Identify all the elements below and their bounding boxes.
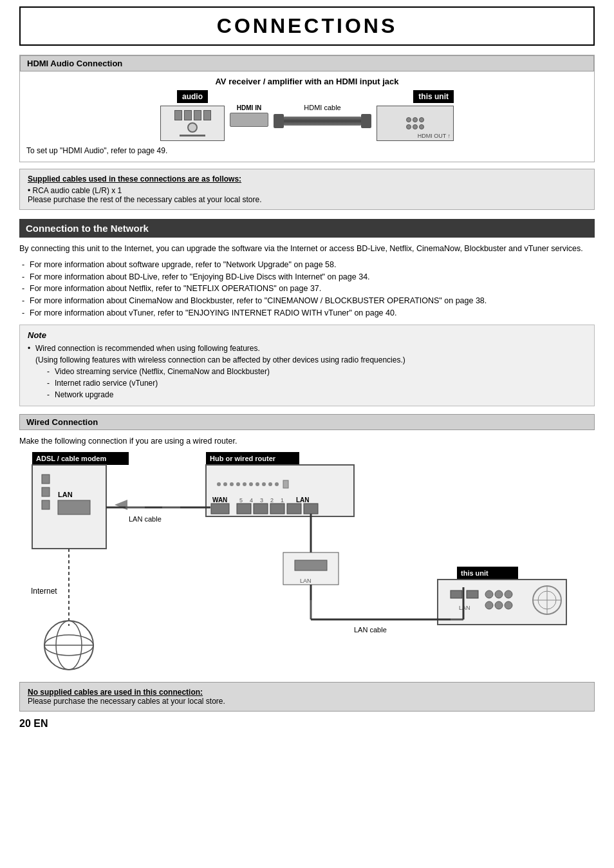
svg-rect-5 bbox=[58, 500, 90, 514]
arrow-section: HDMI IN bbox=[230, 104, 268, 127]
wired-intro: Make the following connection if you are… bbox=[19, 435, 595, 448]
this-unit-hdmi: this unit HDMI OUT ↑ bbox=[377, 90, 454, 141]
hdmi-in-label: HDMI IN bbox=[237, 104, 261, 111]
this-unit-box: HDMI OUT ↑ bbox=[377, 106, 454, 141]
hdmi-diagram-title: AV receiver / amplifier with an HDMI inp… bbox=[20, 77, 594, 86]
svg-point-18 bbox=[275, 482, 279, 486]
svg-rect-4 bbox=[42, 500, 50, 509]
svg-point-16 bbox=[262, 482, 266, 486]
svg-text:LAN: LAN bbox=[459, 605, 470, 611]
audio-device: audio bbox=[160, 90, 225, 141]
adsl-label: ADSL / cable modem bbox=[36, 455, 106, 462]
wired-diagram: ADSL / cable modem LAN Hub or wire bbox=[19, 452, 595, 673]
bullet-item: For more information about software upgr… bbox=[19, 259, 595, 271]
svg-rect-31 bbox=[287, 504, 301, 514]
svg-point-9 bbox=[217, 482, 221, 486]
svg-rect-56 bbox=[295, 560, 327, 571]
this-unit-wired-label: this unit bbox=[461, 569, 488, 577]
slot bbox=[184, 110, 192, 120]
audio-circle-port bbox=[187, 122, 198, 133]
svg-text:WAN: WAN bbox=[212, 496, 227, 504]
port-circle bbox=[406, 117, 411, 122]
note-line1: Wired connection is recommended when usi… bbox=[28, 343, 586, 401]
audio-slots bbox=[174, 110, 211, 120]
note-sub-item: Video streaming service (Netflix, Cinema… bbox=[46, 366, 586, 377]
hdmi-audio-section: HDMI Audio Connection AV receiver / ampl… bbox=[19, 55, 595, 162]
note-title: Note bbox=[28, 330, 586, 340]
network-section: Connection to the Network By connecting … bbox=[19, 219, 595, 673]
no-supplied-heading: No supplied cables are used in this conn… bbox=[28, 688, 203, 697]
svg-rect-41 bbox=[467, 590, 478, 598]
svg-point-45 bbox=[485, 601, 493, 609]
supplied-cables-box: Supplied cables used in these connection… bbox=[19, 169, 595, 210]
lan-cable-label1: LAN cable bbox=[129, 515, 162, 523]
no-supplied-line: Please purchase the necessary cables at … bbox=[28, 697, 225, 706]
supplied-line2: Please purchase the rest of the necessar… bbox=[28, 195, 262, 204]
svg-point-15 bbox=[256, 482, 259, 486]
svg-rect-19 bbox=[283, 480, 288, 488]
unit-ports-bottom bbox=[406, 124, 424, 129]
svg-rect-40 bbox=[451, 590, 462, 598]
audio-bar bbox=[180, 135, 205, 137]
hdmi-section-header: HDMI Audio Connection bbox=[20, 55, 594, 71]
slot bbox=[174, 110, 182, 120]
hdmi-diagram: audio HDMI IN bbox=[20, 90, 594, 141]
wired-section-header: Wired Connection bbox=[19, 414, 595, 430]
audio-device-box bbox=[160, 106, 225, 141]
svg-point-14 bbox=[249, 482, 253, 486]
modem-lan-label: LAN bbox=[58, 491, 73, 498]
svg-point-17 bbox=[268, 482, 272, 486]
no-supplied-box: No supplied cables are used in this conn… bbox=[19, 682, 595, 712]
unit-ports-top bbox=[406, 117, 424, 122]
svg-rect-2 bbox=[42, 475, 50, 484]
svg-rect-30 bbox=[270, 504, 284, 514]
svg-point-46 bbox=[495, 601, 503, 609]
svg-text:LAN: LAN bbox=[296, 496, 310, 504]
network-intro: By connecting this unit to the Internet,… bbox=[19, 243, 595, 255]
network-section-header: Connection to the Network bbox=[19, 219, 595, 238]
port-circle bbox=[406, 124, 411, 129]
hdmi-setup-note: To set up "HDMI Audio", refer to page 49… bbox=[26, 146, 588, 155]
svg-point-47 bbox=[505, 601, 512, 609]
port-circle bbox=[413, 124, 418, 129]
cable-end-left bbox=[274, 114, 284, 128]
bullet-item: For more information about BD-Live, refe… bbox=[19, 271, 595, 283]
svg-point-42 bbox=[485, 590, 493, 598]
cable-body bbox=[284, 117, 361, 126]
svg-point-11 bbox=[230, 482, 234, 486]
svg-marker-6 bbox=[115, 500, 127, 510]
svg-point-12 bbox=[236, 482, 240, 486]
slot bbox=[194, 110, 201, 120]
svg-rect-3 bbox=[42, 487, 50, 496]
page-title: CONNECTIONS bbox=[19, 6, 595, 46]
svg-text:5: 5 bbox=[239, 497, 243, 504]
svg-point-44 bbox=[505, 590, 512, 598]
note-sub-item: Internet radio service (vTuner) bbox=[46, 377, 586, 389]
svg-rect-32 bbox=[304, 504, 318, 514]
hdmi-in-port bbox=[230, 113, 268, 127]
note-sub-item: Network upgrade bbox=[46, 389, 586, 401]
svg-text:2: 2 bbox=[270, 497, 274, 504]
svg-text:4: 4 bbox=[250, 497, 253, 504]
port-circle bbox=[419, 117, 424, 122]
bullet-item: For more information about CinemaNow and… bbox=[19, 295, 595, 307]
svg-text:3: 3 bbox=[260, 497, 263, 504]
note-sublist: Video streaming service (Netflix, Cinema… bbox=[35, 366, 586, 401]
svg-rect-29 bbox=[254, 504, 268, 514]
svg-text:LAN: LAN bbox=[300, 578, 312, 584]
svg-rect-21 bbox=[211, 504, 229, 514]
hdmi-out-label: HDMI OUT ↑ bbox=[418, 133, 451, 139]
bullet-item: For more information about Netflix, refe… bbox=[19, 283, 595, 295]
note-list: Wired connection is recommended when usi… bbox=[28, 343, 586, 401]
page: CONNECTIONS HDMI Audio Connection AV rec… bbox=[0, 0, 614, 868]
svg-rect-28 bbox=[237, 504, 251, 514]
supplied-heading: Supplied cables used in these connection… bbox=[28, 175, 586, 184]
svg-point-43 bbox=[495, 590, 503, 598]
audio-label: audio bbox=[177, 90, 208, 103]
cable-end-right bbox=[361, 114, 371, 128]
supplied-line1: • RCA audio cable (L/R) x 1 bbox=[28, 186, 122, 195]
cable-section: HDMI cable bbox=[274, 104, 371, 128]
hdmi-cable-label: HDMI cable bbox=[304, 104, 340, 111]
cable-row bbox=[274, 114, 371, 128]
note-box: Note Wired connection is recommended whe… bbox=[19, 325, 595, 406]
